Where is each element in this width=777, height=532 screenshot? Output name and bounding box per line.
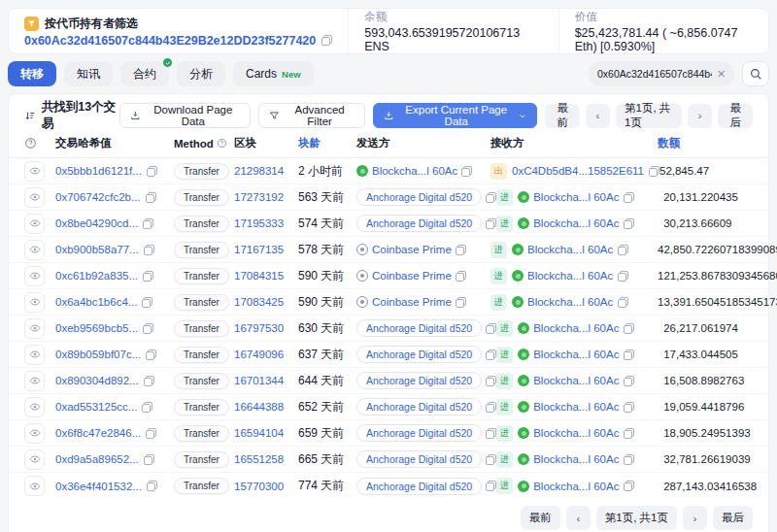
tx-hash-link[interactable]: 0x6f8c47e2846... xyxy=(55,427,141,439)
tx-hash-link[interactable]: 0x6a4bc1b6c4... xyxy=(55,296,137,308)
copy-hash-icon[interactable] xyxy=(147,166,157,177)
copy-to-icon[interactable] xyxy=(624,349,634,360)
to-entity-link[interactable]: Blockcha...l 60Ac xyxy=(527,296,613,308)
block-link[interactable]: 16797530 xyxy=(234,322,284,334)
from-entity-link[interactable]: Coinbase Prime xyxy=(372,296,452,308)
tab-contract[interactable]: 合约 xyxy=(120,61,169,86)
copy-to-icon[interactable] xyxy=(624,218,634,229)
from-entity-pill[interactable]: Anchorage Digital d520 xyxy=(356,450,482,468)
block-link[interactable]: 16551258 xyxy=(234,453,284,465)
tab-analytics[interactable]: 分析 xyxy=(177,61,225,86)
from-entity-link[interactable]: Anchorage Digital d520 xyxy=(366,191,472,203)
from-entity-link[interactable]: Anchorage Digital d520 xyxy=(366,481,472,492)
copy-hash-icon[interactable] xyxy=(144,454,154,465)
from-entity-link[interactable]: Anchorage Digital d520 xyxy=(366,453,472,465)
copy-hash-icon[interactable] xyxy=(146,428,156,439)
copy-to-icon[interactable] xyxy=(649,166,659,177)
block-link[interactable]: 17083425 xyxy=(234,296,284,308)
copy-hash-icon[interactable] xyxy=(143,271,153,282)
copy-hash-icon[interactable] xyxy=(144,376,154,386)
first-page-button[interactable]: 最前 xyxy=(521,506,560,530)
preview-eye-button[interactable] xyxy=(24,292,45,313)
last-page-button[interactable]: 最后 xyxy=(713,506,753,530)
from-entity-link[interactable]: Blockcha...l 60Ac xyxy=(372,165,457,177)
tx-hash-link[interactable]: 0x36e4f401532... xyxy=(55,481,142,492)
copy-from-icon[interactable] xyxy=(486,402,496,413)
copy-hash-icon[interactable] xyxy=(147,481,157,491)
prev-page-button[interactable]: ‹ xyxy=(566,506,591,530)
to-entity-link[interactable]: Blockcha...l 60Ac xyxy=(527,244,613,255)
from-entity-pill[interactable]: Anchorage Digital d520 xyxy=(356,398,482,416)
to-entity-link[interactable]: Blockcha...l 60Ac xyxy=(533,481,619,492)
to-address-link[interactable]: 0xC4Db5dB4...15852E611 xyxy=(512,165,644,177)
copy-hash-icon[interactable] xyxy=(144,245,154,255)
from-entity-pill[interactable]: Anchorage Digital d520 xyxy=(356,478,482,495)
block-link[interactable]: 16701344 xyxy=(234,375,284,386)
preview-eye-button[interactable] xyxy=(24,240,45,260)
to-entity-link[interactable]: Blockcha...l 60Ac xyxy=(533,322,619,334)
copy-to-icon[interactable] xyxy=(624,454,634,465)
copy-address-icon[interactable] xyxy=(321,35,332,46)
copy-to-icon[interactable] xyxy=(624,428,634,439)
copy-to-icon[interactable] xyxy=(624,323,634,334)
preview-eye-button[interactable] xyxy=(24,476,45,496)
copy-from-icon[interactable] xyxy=(486,428,496,439)
tx-hash-link[interactable]: 0xb900b58a77... xyxy=(55,244,139,255)
preview-eye-button[interactable] xyxy=(24,423,45,444)
tab-cards[interactable]: Cards New xyxy=(233,61,314,86)
from-entity-link[interactable]: Coinbase Prime xyxy=(372,270,452,282)
download-page-data-button[interactable]: Download Page Data xyxy=(119,103,251,128)
copy-to-icon[interactable] xyxy=(624,376,634,386)
search-button[interactable] xyxy=(742,61,769,86)
from-entity-link[interactable]: Anchorage Digital d520 xyxy=(366,375,472,386)
copy-hash-icon[interactable] xyxy=(142,297,152,308)
tx-hash-link[interactable]: 0x890304d892... xyxy=(55,375,139,386)
to-entity-link[interactable]: Blockcha...l 60Ac xyxy=(533,349,619,360)
block-link[interactable]: 16594104 xyxy=(234,427,284,439)
from-entity-link[interactable]: Anchorage Digital d520 xyxy=(366,349,472,360)
block-link[interactable]: 17273192 xyxy=(234,191,284,203)
block-link[interactable]: 17195333 xyxy=(234,217,284,229)
copy-from-icon[interactable] xyxy=(456,245,466,255)
copy-from-icon[interactable] xyxy=(486,349,496,360)
header-age-toggle[interactable]: 块龄 xyxy=(298,137,321,149)
tx-hash-link[interactable]: 0xeb9569bcb5... xyxy=(55,322,138,334)
from-entity-link[interactable]: Coinbase Prime xyxy=(372,244,452,255)
to-entity-link[interactable]: Blockcha...l 60Ac xyxy=(533,191,619,203)
from-entity-link[interactable]: Anchorage Digital d520 xyxy=(366,322,472,334)
preview-eye-button[interactable] xyxy=(24,318,45,339)
preview-eye-button[interactable] xyxy=(24,187,45,208)
block-link[interactable]: 15770300 xyxy=(234,481,284,492)
preview-eye-button[interactable] xyxy=(24,345,45,365)
first-page-button[interactable]: 最前 xyxy=(545,104,580,128)
block-link[interactable]: 21298314 xyxy=(234,165,284,177)
copy-from-icon[interactable] xyxy=(456,297,466,308)
tx-hash-link[interactable]: 0x706742cfc2b... xyxy=(55,191,141,203)
to-entity-link[interactable]: Blockcha...l 60Ac xyxy=(533,401,619,413)
copy-from-icon[interactable] xyxy=(486,376,496,386)
from-entity-pill[interactable]: Anchorage Digital d520 xyxy=(356,215,482,232)
sort-icon[interactable] xyxy=(24,110,36,122)
last-page-button[interactable]: 最后 xyxy=(718,104,753,128)
copy-to-icon[interactable] xyxy=(624,192,634,203)
copy-to-icon[interactable] xyxy=(624,402,634,413)
copy-from-icon[interactable] xyxy=(456,271,466,282)
tab-news[interactable]: 知讯 xyxy=(64,61,113,86)
prev-page-button[interactable]: ‹ xyxy=(586,104,610,128)
tx-hash-link[interactable]: 0x5bbb1d6121f... xyxy=(55,165,142,177)
from-entity-pill[interactable]: Anchorage Digital d520 xyxy=(356,424,482,442)
block-link[interactable]: 17084315 xyxy=(234,270,284,282)
copy-hash-icon[interactable] xyxy=(142,402,152,413)
copy-from-icon[interactable] xyxy=(486,481,496,491)
from-entity-link[interactable]: Anchorage Digital d520 xyxy=(366,217,472,229)
block-link[interactable]: 16749096 xyxy=(234,349,284,360)
to-entity-link[interactable]: Blockcha...l 60Ac xyxy=(533,453,619,465)
export-page-data-button[interactable]: Export Current Page Data xyxy=(373,103,538,128)
copy-from-icon[interactable] xyxy=(486,454,496,465)
copy-from-icon[interactable] xyxy=(461,166,472,177)
tx-hash-link[interactable]: 0x8be04290cd... xyxy=(55,217,138,229)
copy-from-icon[interactable] xyxy=(486,323,496,334)
tx-hash-link[interactable]: 0xd9a5a89652... xyxy=(55,453,139,465)
copy-to-icon[interactable] xyxy=(618,297,628,308)
from-entity-link[interactable]: Anchorage Digital d520 xyxy=(366,401,472,413)
